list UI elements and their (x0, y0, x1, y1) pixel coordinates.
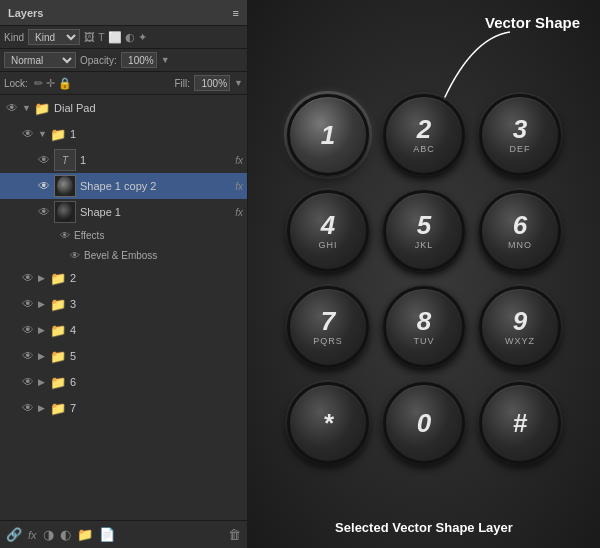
filter-icons: 🖼 T ⬜ ◐ ✦ (84, 31, 147, 44)
dialpad-area: Vector Shape 1 2 ABC 3 DEF 4 GHI 5 (248, 0, 600, 548)
folder-group-1-icon: 📁 (50, 127, 66, 142)
dial-letters-7: PQRS (313, 336, 343, 346)
folder-group-2-icon: 📁 (50, 271, 66, 286)
panel-bottom-bar: 🔗 fx ◑ ◐ 📁 📄 🗑 (0, 520, 247, 548)
lock-icons: ✏ ✛ 🔒 (34, 77, 72, 90)
new-adjustment-icon[interactable]: ◐ (60, 527, 71, 542)
layer-group-7[interactable]: 👁 ▶ 📁 7 (0, 395, 247, 421)
panel-menu-icon[interactable]: ≡ (233, 7, 239, 19)
fill-input[interactable] (194, 75, 230, 91)
visibility-group-7[interactable]: 👁 (20, 401, 36, 415)
fill-dropdown-icon[interactable]: ▼ (234, 78, 243, 88)
text-filter-icon[interactable]: T (98, 31, 105, 43)
dial-pad-name: Dial Pad (54, 102, 243, 114)
visibility-text-1[interactable]: 👁 (36, 153, 52, 167)
new-group-icon[interactable]: 📁 (77, 527, 93, 542)
selected-label-area: Selected Vector Shape Layer (335, 518, 513, 536)
adjustment-filter-icon[interactable]: ◐ (125, 31, 135, 44)
shape-copy-2-thumb (54, 175, 76, 197)
text-1-fx: fx (235, 155, 243, 166)
opacity-dropdown-icon[interactable]: ▼ (161, 55, 170, 65)
smart-filter-icon[interactable]: ✦ (138, 31, 147, 44)
expand-group-1[interactable]: ▼ (38, 129, 48, 139)
dial-btn-2[interactable]: 2 ABC (383, 94, 465, 176)
group-1-name: 1 (70, 128, 243, 140)
dial-btn-4[interactable]: 4 GHI (287, 190, 369, 272)
expand-group-3[interactable]: ▶ (38, 299, 48, 309)
layer-group-6[interactable]: 👁 ▶ 📁 6 (0, 369, 247, 395)
folder-group-3-icon: 📁 (50, 297, 66, 312)
layer-group-5[interactable]: 👁 ▶ 📁 5 (0, 343, 247, 369)
shape-filter-icon[interactable]: ⬜ (108, 31, 122, 44)
visibility-dial-pad[interactable]: 👁 (4, 101, 20, 115)
dial-number-8: 8 (417, 308, 431, 334)
opacity-input[interactable] (121, 52, 157, 68)
selected-vector-label: Selected Vector Shape Layer (335, 520, 513, 535)
visibility-group-5[interactable]: 👁 (20, 349, 36, 363)
shape-copy-2-fx: fx (235, 181, 243, 192)
visibility-group-1[interactable]: 👁 (20, 127, 36, 141)
panel-title: Layers (8, 7, 43, 19)
expand-dial-pad[interactable]: ▼ (22, 103, 32, 113)
layer-group-4[interactable]: 👁 ▶ 📁 4 (0, 317, 247, 343)
dial-btn-hash[interactable]: # (479, 382, 561, 464)
shape-1-name: Shape 1 (80, 206, 231, 218)
dial-letters-8: TUV (414, 336, 435, 346)
visibility-shape-copy-2[interactable]: 👁 (36, 179, 52, 193)
lock-pixels-icon[interactable]: ✏ (34, 77, 43, 90)
group-7-name: 7 (70, 402, 243, 414)
bevel-eye[interactable]: 👁 (70, 250, 80, 261)
visibility-shape-1[interactable]: 👁 (36, 205, 52, 219)
dial-letters-5: JKL (415, 240, 434, 250)
layer-group-1[interactable]: 👁 ▼ 📁 1 (0, 121, 247, 147)
link-layers-icon[interactable]: 🔗 (6, 527, 22, 542)
opacity-label: Opacity: (80, 55, 117, 66)
expand-group-5[interactable]: ▶ (38, 351, 48, 361)
dial-btn-1[interactable]: 1 (287, 94, 369, 176)
new-fill-layer-icon[interactable]: ◑ (43, 527, 54, 542)
fx-icon[interactable]: fx (28, 529, 37, 541)
dial-btn-5[interactable]: 5 JKL (383, 190, 465, 272)
layer-dial-pad[interactable]: 👁 ▼ 📁 Dial Pad (0, 95, 247, 121)
blend-opacity-row: Normal Opacity: ▼ (0, 49, 247, 72)
vector-shape-annotation: Vector Shape (485, 14, 580, 32)
dial-letters-9: WXYZ (505, 336, 535, 346)
dial-letters-6: MNO (508, 240, 532, 250)
layer-shape-1[interactable]: 👁 Shape 1 fx (0, 199, 247, 225)
bevel-emboss-row: 👁 Bevel & Emboss (0, 245, 247, 265)
dial-grid: 1 2 ABC 3 DEF 4 GHI 5 JKL 6 MNO 7 PQRS 8 (287, 94, 561, 464)
dial-btn-3[interactable]: 3 DEF (479, 94, 561, 176)
lock-position-icon[interactable]: ✛ (46, 77, 55, 90)
dial-btn-8[interactable]: 8 TUV (383, 286, 465, 368)
layer-group-3[interactable]: 👁 ▶ 📁 3 (0, 291, 247, 317)
expand-group-4[interactable]: ▶ (38, 325, 48, 335)
visibility-group-6[interactable]: 👁 (20, 375, 36, 389)
dial-btn-star[interactable]: * (287, 382, 369, 464)
dial-number-2: 2 (417, 116, 431, 142)
visibility-group-3[interactable]: 👁 (20, 297, 36, 311)
dial-btn-7[interactable]: 7 PQRS (287, 286, 369, 368)
dial-btn-9[interactable]: 9 WXYZ (479, 286, 561, 368)
dial-btn-0[interactable]: 0 (383, 382, 465, 464)
layer-text-1[interactable]: 👁 T 1 fx (0, 147, 247, 173)
new-layer-icon[interactable]: 📄 (99, 527, 115, 542)
kind-label: Kind (4, 32, 24, 43)
delete-layer-icon[interactable]: 🗑 (228, 527, 241, 542)
expand-group-7[interactable]: ▶ (38, 403, 48, 413)
expand-group-6[interactable]: ▶ (38, 377, 48, 387)
expand-group-2[interactable]: ▶ (38, 273, 48, 283)
visibility-group-4[interactable]: 👁 (20, 323, 36, 337)
blend-mode-select[interactable]: Normal (4, 52, 76, 68)
pixel-filter-icon[interactable]: 🖼 (84, 31, 95, 43)
layer-group-2[interactable]: 👁 ▶ 📁 2 (0, 265, 247, 291)
dial-btn-6[interactable]: 6 MNO (479, 190, 561, 272)
effects-eye[interactable]: 👁 (60, 230, 70, 241)
text-1-name: 1 (80, 154, 231, 166)
lock-all-icon[interactable]: 🔒 (58, 77, 72, 90)
layer-shape-copy-2[interactable]: 👁 Shape 1 copy 2 fx (0, 173, 247, 199)
shape-copy-2-name: Shape 1 copy 2 (80, 180, 231, 192)
visibility-group-2[interactable]: 👁 (20, 271, 36, 285)
lock-fill-row: Lock: ✏ ✛ 🔒 Fill: ▼ (0, 72, 247, 95)
kind-select[interactable]: Kind (28, 29, 80, 45)
folder-group-7-icon: 📁 (50, 401, 66, 416)
